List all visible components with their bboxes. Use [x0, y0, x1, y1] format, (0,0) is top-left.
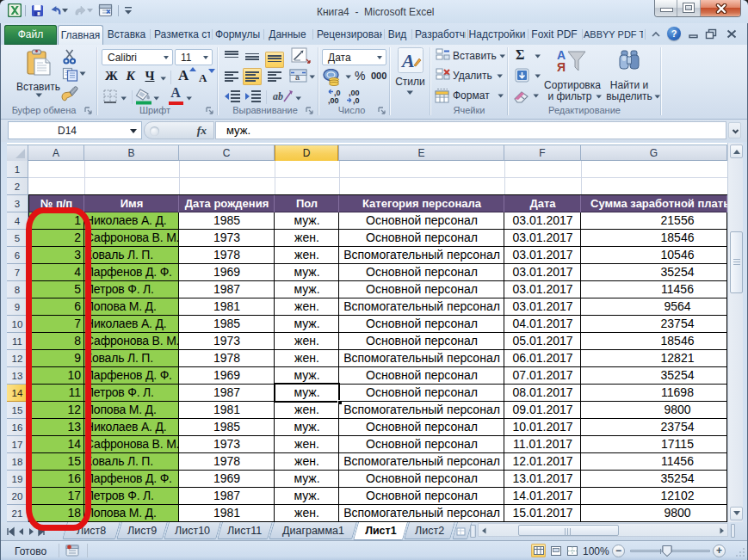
svg-text:ab: ab	[273, 90, 283, 102]
svg-text:A: A	[400, 50, 415, 71]
svg-text:Я: Я	[557, 60, 566, 74]
svg-text:,0: ,0	[353, 96, 360, 105]
svg-text:a: a	[295, 73, 300, 82]
svg-text:,00: ,00	[328, 96, 339, 105]
